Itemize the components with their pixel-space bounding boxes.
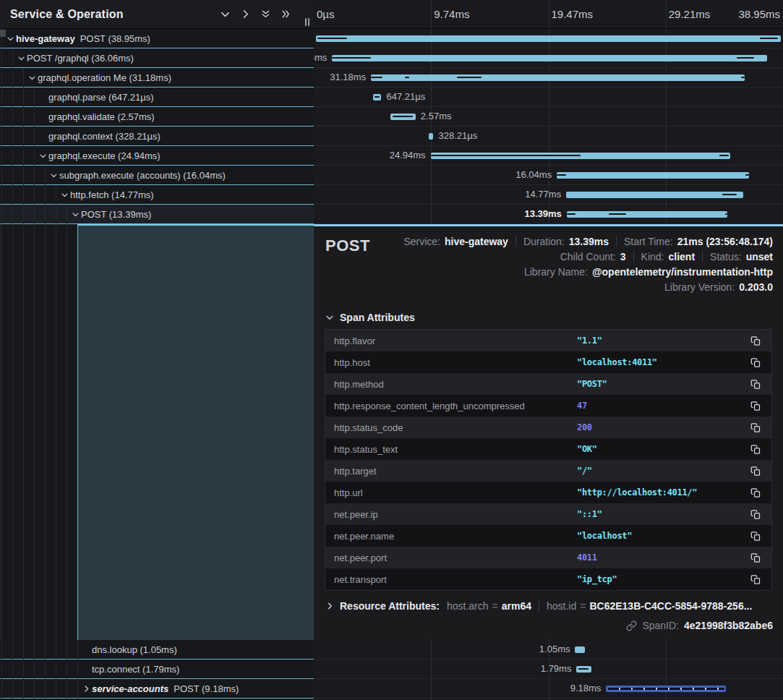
span-duration-bar[interactable] — [606, 686, 726, 692]
expander-down[interactable] — [4, 35, 16, 43]
expander-down[interactable] — [48, 171, 59, 179]
copy-value-button[interactable] — [748, 398, 763, 413]
child-span-marker — [405, 77, 409, 78]
attribute-value: "localhost:4011" — [577, 357, 657, 367]
span-tree-row[interactable]: graphql.validate (2.57ms) — [0, 107, 314, 127]
chevron-right-icon — [240, 9, 251, 20]
indent-guides — [0, 107, 37, 127]
attribute-value: "1.1" — [577, 336, 602, 346]
span-tree-top: hive-gatewayPOST (38.95ms)POST /graphql … — [0, 29, 314, 224]
resource-equals: = — [492, 600, 498, 612]
span-meta: Service:hive-gatewayDuration:13.39msStar… — [403, 234, 773, 294]
span-duration-bar[interactable] — [390, 114, 415, 120]
timeline-row[interactable]: 38.95ms — [314, 29, 783, 48]
timeline-row[interactable]: 328.21µs — [314, 127, 783, 146]
copy-value-button[interactable] — [748, 355, 763, 370]
expander-down[interactable] — [59, 191, 70, 199]
axis-tick: 9.74ms — [434, 0, 469, 29]
timeline-row[interactable]: 1.05ms — [314, 640, 783, 660]
span-duration-bar[interactable] — [557, 172, 749, 179]
timeline-row[interactable]: 16.04ms — [314, 166, 783, 185]
span-duration-bar[interactable] — [429, 133, 433, 140]
attribute-key: http.flavor — [334, 336, 577, 346]
copy-value-button[interactable] — [748, 464, 763, 478]
span-tree-row[interactable]: http.fetch (14.77ms) — [0, 185, 314, 205]
copy-value-button[interactable] — [748, 485, 763, 500]
copy-icon — [750, 487, 761, 498]
span-duration-bar[interactable] — [567, 211, 728, 218]
panel-resize-handle[interactable] — [305, 18, 309, 26]
axis-tick: 0µs — [317, 0, 335, 29]
attribute-key: net.peer.ip — [334, 509, 577, 520]
span-tree-row[interactable]: tcp.connect (1.79ms) — [0, 660, 314, 679]
expander-down[interactable] — [69, 210, 81, 218]
meta-divider — [515, 236, 516, 247]
span-tree-row[interactable]: hive-gatewayPOST (38.95ms) — [0, 29, 314, 48]
child-span-marker — [431, 155, 581, 156]
copy-value-button[interactable] — [748, 572, 763, 586]
span-tree-row[interactable]: POST /graphql (36.06ms) — [0, 48, 314, 68]
copy-value-button[interactable] — [748, 507, 763, 521]
span-id-label: SpanID: — [642, 620, 679, 631]
timeline-row[interactable]: 13.39ms — [314, 205, 783, 224]
attribute-value: "/" — [577, 466, 592, 476]
timeline-row[interactable]: 2.57ms — [314, 107, 783, 127]
link-icon[interactable] — [626, 620, 637, 631]
span-tree-row[interactable]: subgraph.execute (accounts) (16.04ms) — [0, 166, 314, 185]
child-span-marker — [393, 116, 413, 117]
copy-value-button[interactable] — [748, 442, 763, 456]
resource-attributes-row[interactable]: Resource Attributes: host.arch=arm64host… — [325, 600, 771, 612]
span-attributes-toggle[interactable]: Span Attributes — [325, 312, 771, 323]
attribute-value: 47 — [577, 401, 587, 411]
chevron-down-icon — [28, 74, 36, 82]
child-span-marker — [608, 688, 724, 690]
span-tree-row[interactable]: graphql.execute (24.94ms) — [0, 146, 314, 166]
indent-guides — [0, 679, 80, 699]
copy-value-button[interactable] — [748, 377, 763, 391]
attribute-value: "POST" — [577, 379, 607, 389]
duration-label: 14.77ms — [525, 185, 561, 204]
span-duration-bar[interactable] — [316, 35, 782, 42]
expander-down[interactable] — [15, 54, 27, 62]
timeline-row[interactable]: 36.06ms — [314, 48, 783, 68]
copy-icon — [750, 379, 761, 390]
span-duration-bar[interactable] — [431, 153, 730, 159]
span-duration-bar[interactable] — [332, 55, 767, 61]
span-duration-bar[interactable] — [371, 74, 745, 81]
copy-value-button[interactable] — [748, 420, 763, 435]
span-duration-bar[interactable] — [373, 94, 382, 101]
expand-all-button[interactable] — [278, 7, 294, 22]
timeline-row[interactable]: 1.79ms — [314, 660, 783, 679]
scroll-indicator[interactable] — [0, 30, 6, 37]
span-duration-bar[interactable] — [566, 192, 743, 198]
copy-value-button[interactable] — [748, 333, 763, 348]
span-tree-row[interactable]: graphql.parse (647.21µs) — [0, 88, 314, 107]
duration-label: 31.18ms — [330, 68, 366, 87]
double-chevron-right-icon — [281, 9, 291, 20]
timeline-row[interactable]: 647.21µs — [314, 88, 783, 107]
timeline-row[interactable]: 24.94ms — [314, 146, 783, 166]
operation-name: POST /graphql (36.06ms) — [27, 53, 134, 64]
expander-down[interactable] — [26, 74, 38, 82]
timeline-row[interactable]: 31.18ms — [314, 68, 783, 88]
expander-down[interactable] — [37, 152, 48, 160]
collapse-one-button[interactable] — [217, 7, 233, 22]
span-tree-row[interactable]: POST (13.39ms) — [0, 205, 314, 224]
expand-one-button[interactable] — [237, 7, 253, 22]
chevron-down-icon — [61, 191, 69, 199]
copy-value-button[interactable] — [748, 550, 763, 565]
span-duration-bar[interactable] — [575, 646, 585, 653]
timeline-row[interactable]: 9.18ms — [314, 679, 783, 699]
indent-guides — [0, 48, 15, 68]
span-tree-row[interactable]: graphql.operation Me (31.18ms) — [0, 68, 314, 88]
span-duration-bar[interactable] — [576, 666, 591, 673]
span-tree-row[interactable]: dns.lookup (1.05ms) — [0, 640, 314, 660]
span-tree-row[interactable]: service-accountsPOST (9.18ms) — [0, 679, 314, 699]
timeline-row[interactable]: 14.77ms — [314, 185, 783, 205]
meta-value: 0.203.0 — [739, 281, 773, 293]
collapse-all-button[interactable] — [257, 7, 273, 22]
expander-right[interactable] — [80, 685, 92, 693]
copy-value-button[interactable] — [748, 529, 763, 543]
operation-name: http.fetch (14.77ms) — [70, 189, 154, 200]
span-tree-row[interactable]: graphql.context (328.21µs) — [0, 127, 314, 146]
